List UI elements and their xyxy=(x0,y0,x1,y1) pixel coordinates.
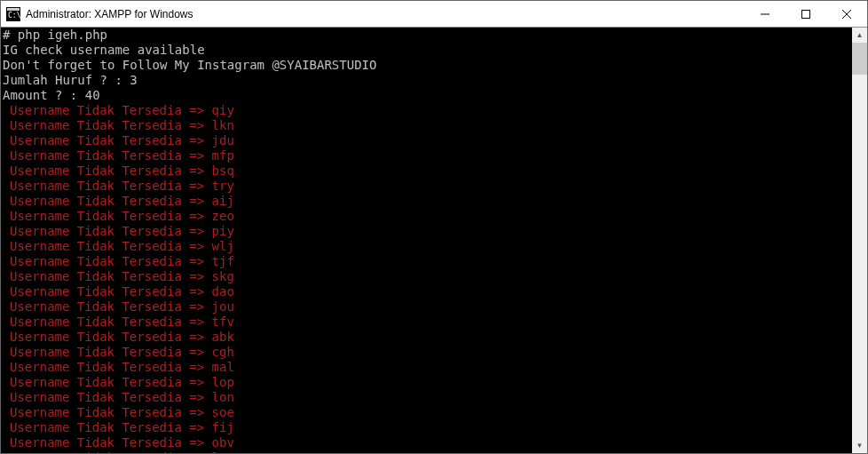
scroll-thumb[interactable] xyxy=(852,43,867,75)
terminal-line: # php igeh.php xyxy=(3,28,850,43)
svg-text:C:\: C:\ xyxy=(8,12,20,20)
scroll-down-arrow-icon[interactable]: ▼ xyxy=(852,438,867,453)
minimize-button[interactable] xyxy=(745,1,785,27)
terminal-line: Amount ? : 40 xyxy=(3,88,850,103)
window-title: Administrator: XAMPP for Windows xyxy=(26,8,193,20)
terminal-line: Username Tidak Tersedia => tjf xyxy=(3,254,850,269)
terminal-line: Username Tidak Tersedia => fij xyxy=(3,420,850,435)
terminal-line: Username Tidak Tersedia => piy xyxy=(3,224,850,239)
terminal-line: Username Tidak Tersedia => dao xyxy=(3,284,850,299)
titlebar[interactable]: C:\ Administrator: XAMPP for Windows xyxy=(1,1,867,28)
terminal-line: Username Tidak Tersedia => obv xyxy=(3,435,850,450)
terminal-line: Username Tidak Tersedia => lon xyxy=(3,390,850,405)
scroll-up-arrow-icon[interactable]: ▲ xyxy=(852,28,867,43)
scroll-track[interactable] xyxy=(852,43,867,438)
terminal-line: Username Tidak Tersedia => lyo xyxy=(3,450,850,453)
content-area: # php igeh.phpIG check username availabl… xyxy=(1,28,867,453)
terminal-line: Username Tidak Tersedia => tfv xyxy=(3,315,850,330)
terminal-line: Username Tidak Tersedia => aij xyxy=(3,194,850,209)
terminal-line: Username Tidak Tersedia => mfp xyxy=(3,148,850,163)
terminal-line: Username Tidak Tersedia => cgh xyxy=(3,345,850,360)
terminal-line: Username Tidak Tersedia => abk xyxy=(3,330,850,345)
terminal-line: Username Tidak Tersedia => qiy xyxy=(3,103,850,118)
window-buttons xyxy=(745,1,867,27)
terminal-line: Username Tidak Tersedia => mal xyxy=(3,360,850,375)
terminal-line: Username Tidak Tersedia => zeo xyxy=(3,209,850,224)
terminal-line: Username Tidak Tersedia => skg xyxy=(3,269,850,284)
terminal-line: Username Tidak Tersedia => jdu xyxy=(3,133,850,148)
terminal-line: IG check username available xyxy=(3,43,850,58)
terminal-line: Username Tidak Tersedia => jou xyxy=(3,299,850,315)
terminal-line: Don't forget to Follow My Instagram @SYA… xyxy=(3,58,850,73)
terminal-output[interactable]: # php igeh.phpIG check username availabl… xyxy=(1,28,852,453)
maximize-button[interactable] xyxy=(785,1,826,27)
terminal-line: Username Tidak Tersedia => soe xyxy=(3,405,850,420)
svg-rect-1 xyxy=(7,8,20,11)
terminal-line: Username Tidak Tersedia => wlj xyxy=(3,239,850,254)
cmd-icon: C:\ xyxy=(6,7,20,21)
svg-rect-4 xyxy=(802,10,810,18)
vertical-scrollbar[interactable]: ▲ ▼ xyxy=(852,28,867,453)
terminal-line: Username Tidak Tersedia => lkn xyxy=(3,118,850,133)
terminal-line: Username Tidak Tersedia => try xyxy=(3,179,850,194)
terminal-line: Username Tidak Tersedia => bsq xyxy=(3,163,850,179)
app-window: C:\ Administrator: XAMPP for Windows # p… xyxy=(0,0,868,454)
terminal-line: Username Tidak Tersedia => lop xyxy=(3,375,850,390)
terminal-line: Jumlah Huruf ? : 3 xyxy=(3,73,850,88)
close-button[interactable] xyxy=(826,1,867,27)
